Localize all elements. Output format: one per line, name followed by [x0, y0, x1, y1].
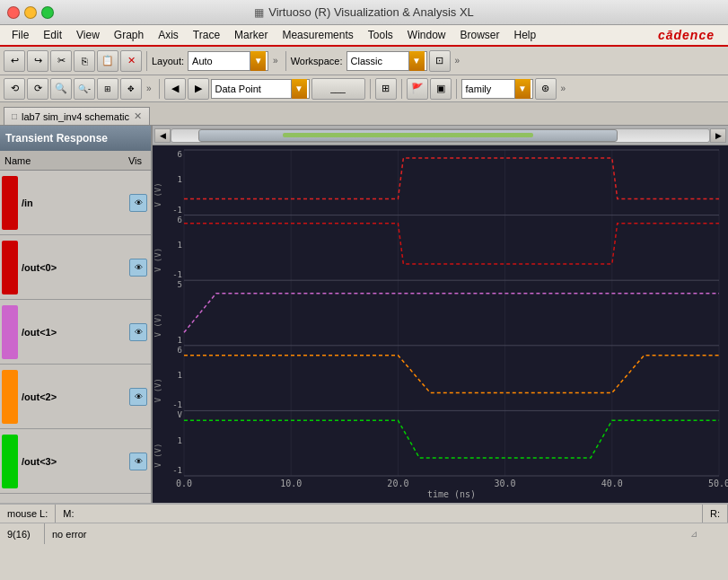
tab-label: lab7 sim_inv4 schematic: [22, 111, 129, 122]
menu-item-trace[interactable]: Trace: [186, 27, 227, 43]
family-dropdown[interactable]: family ▼: [461, 79, 533, 99]
bottom-bar: 9(16) no error ⊿: [0, 523, 728, 544]
paste-button[interactable]: 📋: [97, 50, 118, 72]
scroll-left-button[interactable]: ◀: [154, 128, 171, 143]
layout-dropdown-arrow[interactable]: ▼: [250, 51, 266, 71]
waveform-canvas[interactable]: [153, 145, 728, 503]
maximize-button[interactable]: [41, 6, 54, 19]
sep3: [159, 79, 160, 99]
pan-button[interactable]: ✥: [120, 78, 142, 100]
menu-item-help[interactable]: Help: [507, 27, 544, 43]
t2-btn1[interactable]: ⟲: [4, 78, 25, 100]
mouse-m-label: M:: [63, 508, 74, 519]
scrollbar-track[interactable]: [171, 128, 710, 143]
mouse-l-section: mouse L:: [0, 505, 56, 523]
cut-button[interactable]: ✂: [50, 50, 72, 72]
workspace-dropdown-arrow[interactable]: ▼: [408, 51, 425, 71]
marker-button[interactable]: 🚩: [407, 78, 428, 100]
toolbar-2: ⟲ ⟳ 🔍 🔍- ⊞ ✥ » ◀ ▶ Data Point ▼ ___ ⊞ 🚩 …: [0, 75, 728, 102]
ref-section: 9(16): [0, 523, 45, 544]
sig-color-0: [2, 176, 18, 230]
resize-handle[interactable]: ⊿: [683, 523, 728, 544]
ref-label: 9(16): [7, 529, 31, 540]
t2-back-button[interactable]: ◀: [164, 78, 186, 100]
zoom-fit-button[interactable]: ⊞: [97, 78, 118, 100]
signal-row-0[interactable]: /in 👁: [0, 171, 151, 235]
menu-item-edit[interactable]: Edit: [36, 27, 69, 43]
copy-button[interactable]: ⎘: [74, 50, 95, 72]
datapoint-dropdown[interactable]: Data Point ▼: [211, 79, 310, 99]
layout-value: Auto: [190, 56, 250, 66]
workspace-dropdown[interactable]: Classic ▼: [346, 51, 427, 71]
workspace-extra-button[interactable]: ⊡: [429, 50, 451, 72]
close-doc-button[interactable]: ✕: [120, 50, 142, 72]
wave-canvas: [153, 145, 728, 503]
signal-row-2[interactable]: /out<1> 👁: [0, 300, 151, 365]
window-controls[interactable]: [7, 6, 54, 19]
main-tab[interactable]: □ lab7 sim_inv4 schematic ✕: [4, 107, 150, 125]
expander-1[interactable]: »: [270, 56, 281, 66]
scroll-right-button[interactable]: ▶: [710, 128, 726, 143]
waveform-area: Transient Response Name Vis /in 👁 /out<0…: [0, 126, 728, 503]
tab-close-button[interactable]: ✕: [134, 110, 142, 122]
layout-label: Layout:: [152, 56, 184, 66]
sig-color-2: [2, 305, 18, 359]
signal-row-3[interactable]: /out<2> 👁: [0, 365, 151, 429]
menu-item-file[interactable]: File: [4, 27, 36, 43]
sig-color-3: [2, 370, 18, 424]
datapoint-dropdown-arrow[interactable]: ▼: [291, 79, 307, 99]
signal-row-1[interactable]: /out<0> 👁: [0, 235, 151, 300]
display-button[interactable]: ▣: [430, 78, 452, 100]
sep6: [456, 79, 457, 99]
sig-eye-1[interactable]: 👁: [129, 259, 147, 277]
family-value: family: [464, 83, 514, 94]
close-button[interactable]: [7, 6, 20, 19]
menu-item-marker[interactable]: Marker: [227, 27, 275, 43]
menu-item-measurements[interactable]: Measurements: [275, 27, 360, 43]
col-vis-label: Vis: [119, 155, 151, 166]
sig-eye-0[interactable]: 👁: [129, 194, 147, 212]
layout-dropdown[interactable]: Auto ▼: [188, 51, 268, 71]
menu-item-graph[interactable]: Graph: [107, 27, 151, 43]
sig-eye-3[interactable]: 👁: [129, 388, 147, 406]
t2-fwd-button[interactable]: ▶: [188, 78, 209, 100]
datapoint-value: Data Point: [214, 83, 291, 94]
title-bar: ▦ Virtuoso (R) Visualization & Analysis …: [0, 0, 728, 25]
signal-row-4[interactable]: /out<3> 👁: [0, 429, 151, 494]
menu-item-view[interactable]: View: [69, 27, 107, 43]
mouse-l-label: mouse L:: [7, 508, 48, 519]
t2-btn2[interactable]: ⟳: [27, 78, 48, 100]
menu-item-window[interactable]: Window: [400, 27, 453, 43]
undo-button[interactable]: ↩: [4, 50, 25, 72]
sep1: [146, 51, 147, 71]
expander-4[interactable]: »: [558, 83, 569, 93]
menu-items: FileEditViewGraphAxisTraceMarkerMeasurem…: [4, 27, 543, 43]
graph-scrollbar[interactable]: ◀ ▶: [153, 126, 728, 145]
zoom-out-button[interactable]: 🔍-: [74, 78, 95, 100]
redo-button[interactable]: ↪: [27, 50, 48, 72]
menu-item-tools[interactable]: Tools: [361, 27, 400, 43]
minimize-button[interactable]: [24, 6, 37, 19]
sig-eye-4[interactable]: 👁: [129, 453, 147, 470]
col-headers: Name Vis: [0, 151, 151, 171]
menu-item-browser[interactable]: Browser: [453, 27, 507, 43]
workspace-label: Workspace:: [291, 56, 343, 66]
error-label: no error: [52, 529, 87, 540]
col-name-label: Name: [0, 155, 119, 166]
menu-item-axis[interactable]: Axis: [151, 27, 186, 43]
graph-area[interactable]: ◀ ▶: [153, 126, 728, 503]
expander-2[interactable]: »: [452, 56, 463, 66]
toolbar-1: ↩ ↪ ✂ ⎘ 📋 ✕ Layout: Auto ▼ » Workspace: …: [0, 47, 728, 75]
family-dropdown-arrow[interactable]: ▼: [514, 79, 531, 99]
tab-bar: □ lab7 sim_inv4 schematic ✕: [0, 102, 728, 126]
expander-3[interactable]: »: [144, 83, 154, 93]
signal-rows: /in 👁 /out<0> 👁 /out<1> 👁 /out<2> 👁 /out…: [0, 171, 151, 494]
t2-extra-btn[interactable]: ___: [311, 78, 365, 100]
workspace-value: Classic: [349, 56, 408, 66]
calculator-button[interactable]: ⊞: [375, 78, 397, 100]
signal-panel: Transient Response Name Vis /in 👁 /out<0…: [0, 126, 153, 503]
t2-last-button[interactable]: ⊛: [535, 78, 557, 100]
scrollbar-thumb[interactable]: [198, 129, 618, 142]
sig-eye-2[interactable]: 👁: [129, 323, 147, 341]
zoom-in-button[interactable]: 🔍: [50, 78, 72, 100]
